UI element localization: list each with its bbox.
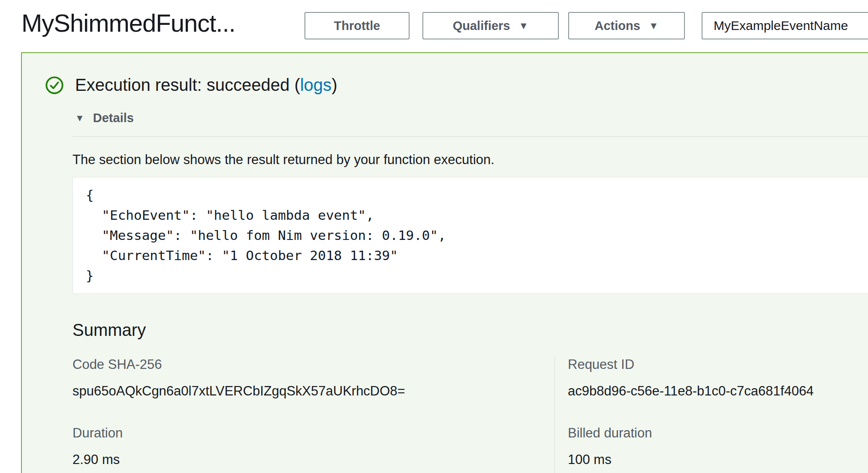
- details-toggle[interactable]: ▼ Details: [75, 111, 134, 125]
- field-label: Billed duration: [568, 425, 868, 441]
- function-title: MyShimmedFunct...: [21, 9, 235, 37]
- field-label: Duration: [72, 425, 555, 441]
- summary-right-column: Request ID ac9b8d96-c56e-11e8-b1c0-c7ca6…: [555, 357, 868, 473]
- details-divider: [72, 136, 868, 137]
- field-value: 100 ms: [568, 452, 868, 467]
- summary-field-code-sha256: Code SHA-256 spu65oAQkCgn6a0l7xtLVERCbIZ…: [72, 357, 555, 399]
- logs-link[interactable]: logs: [300, 75, 332, 94]
- details-toggle-label: Details: [93, 111, 134, 125]
- summary-field-request-id: Request ID ac9b8d96-c56e-11e8-b1c0-c7ca6…: [568, 357, 868, 399]
- summary-field-duration: Duration 2.90 ms: [72, 425, 555, 467]
- summary-title: Summary: [72, 320, 868, 340]
- field-label: Code SHA-256: [72, 357, 555, 372]
- chevron-down-icon: ▼: [649, 20, 659, 32]
- execution-result-heading: Execution result: succeeded (logs): [75, 75, 337, 95]
- field-value: 2.90 ms: [72, 452, 555, 467]
- field-label: Request ID: [568, 357, 868, 372]
- test-event-selected-value: MyExampleEventName: [714, 18, 848, 33]
- result-heading-prefix: Execution result: succeeded (: [75, 75, 300, 94]
- actions-button-label: Actions: [594, 19, 640, 33]
- qualifiers-dropdown-button[interactable]: Qualifiers ▼: [422, 12, 559, 39]
- field-value: ac9b8d96-c56e-11e8-b1c0-c7ca681f4064: [568, 383, 868, 399]
- result-description: The section below shows the result retur…: [72, 152, 868, 168]
- test-event-select[interactable]: MyExampleEventName: [702, 12, 868, 39]
- summary-grid: Code SHA-256 spu65oAQkCgn6a0l7xtLVERCbIZ…: [72, 357, 868, 473]
- execution-result-panel: Execution result: succeeded (logs) ▼ Det…: [21, 52, 868, 473]
- field-value: spu65oAQkCgn6a0l7xtLVERCbIZgqSkX57aUKrhc…: [72, 383, 555, 399]
- summary-left-column: Code SHA-256 spu65oAQkCgn6a0l7xtLVERCbIZ…: [72, 357, 555, 473]
- actions-dropdown-button[interactable]: Actions ▼: [568, 12, 685, 39]
- summary-field-billed-duration: Billed duration 100 ms: [568, 425, 868, 467]
- qualifiers-button-label: Qualifiers: [453, 19, 510, 33]
- triangle-down-icon: ▼: [75, 113, 84, 124]
- execution-result-header: Execution result: succeeded (logs): [45, 75, 868, 95]
- function-header: MyShimmedFunct... Throttle Qualifiers ▼ …: [0, 0, 868, 52]
- success-check-icon: [45, 76, 64, 95]
- throttle-button-label: Throttle: [334, 19, 380, 33]
- function-output-json: { "EchoEvent": "hello lambda event", "Me…: [72, 177, 868, 294]
- throttle-button[interactable]: Throttle: [304, 12, 410, 39]
- chevron-down-icon: ▼: [519, 20, 529, 32]
- result-heading-suffix: ): [332, 75, 337, 94]
